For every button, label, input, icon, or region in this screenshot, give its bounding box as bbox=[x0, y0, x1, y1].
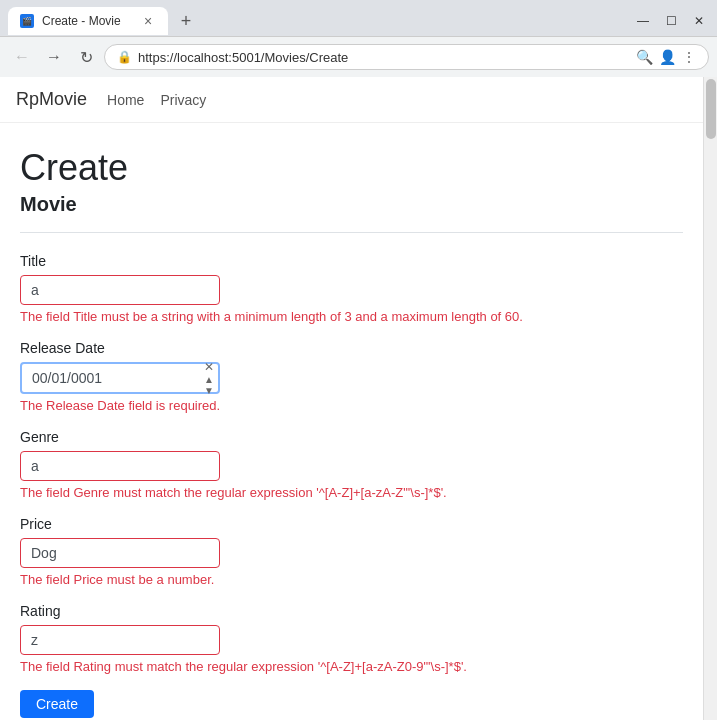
rating-field-group: Rating The field Rating must match the r… bbox=[20, 603, 683, 674]
lock-icon: 🔒 bbox=[117, 50, 132, 64]
new-tab-button[interactable]: + bbox=[172, 7, 200, 35]
window-controls: — ☐ ✕ bbox=[633, 11, 709, 31]
nav-links: Home Privacy bbox=[107, 92, 206, 108]
tab-close-button[interactable]: × bbox=[140, 13, 156, 29]
address-bar[interactable]: 🔒 https://localhost:5001/Movies/Create 🔍… bbox=[104, 44, 709, 70]
profile-icon[interactable]: 👤 bbox=[659, 49, 676, 65]
genre-label: Genre bbox=[20, 429, 683, 445]
release-date-input[interactable] bbox=[20, 362, 220, 394]
date-spin-up[interactable]: ▲ bbox=[204, 374, 214, 385]
rating-label: Rating bbox=[20, 603, 683, 619]
create-movie-form: Title The field Title must be a string w… bbox=[20, 253, 683, 720]
tab-strip: 🎬 Create - Movie × + bbox=[8, 7, 200, 35]
maximize-button[interactable]: ☐ bbox=[661, 11, 681, 31]
rating-validation-error: The field Rating must match the regular … bbox=[20, 659, 683, 674]
date-input-controls: ✕ ▲ ▼ bbox=[204, 360, 214, 396]
page-title: Create bbox=[20, 147, 683, 189]
date-spin-down[interactable]: ▼ bbox=[204, 385, 214, 396]
price-validation-error: The field Price must be a number. bbox=[20, 572, 683, 587]
date-input-wrapper: ✕ ▲ ▼ bbox=[20, 362, 220, 394]
create-button[interactable]: Create bbox=[20, 690, 94, 718]
date-spin-buttons[interactable]: ▲ ▼ bbox=[204, 374, 214, 396]
minimize-button[interactable]: — bbox=[633, 11, 653, 31]
price-input[interactable] bbox=[20, 538, 220, 568]
close-window-button[interactable]: ✕ bbox=[689, 11, 709, 31]
address-bar-actions: 🔍 👤 ⋮ bbox=[636, 49, 696, 65]
price-label: Price bbox=[20, 516, 683, 532]
menu-icon[interactable]: ⋮ bbox=[682, 49, 696, 65]
page-subtitle: Movie bbox=[20, 193, 683, 216]
genre-field-group: Genre The field Genre must match the reg… bbox=[20, 429, 683, 500]
search-icon[interactable]: 🔍 bbox=[636, 49, 653, 65]
price-field-group: Price The field Price must be a number. bbox=[20, 516, 683, 587]
site-brand-link[interactable]: RpMovie bbox=[16, 89, 87, 110]
title-input[interactable] bbox=[20, 275, 220, 305]
forward-button[interactable]: → bbox=[40, 43, 68, 71]
page-wrapper: RpMovie Home Privacy Create Movie Title … bbox=[0, 77, 717, 720]
release-date-validation-error: The Release Date field is required. bbox=[20, 398, 683, 413]
scrollbar-thumb[interactable] bbox=[706, 79, 716, 139]
active-tab[interactable]: 🎬 Create - Movie × bbox=[8, 7, 168, 35]
title-label: Title bbox=[20, 253, 683, 269]
address-text: https://localhost:5001/Movies/Create bbox=[138, 50, 630, 65]
genre-validation-error: The field Genre must match the regular e… bbox=[20, 485, 683, 500]
main-content: Create Movie Title The field Title must … bbox=[0, 123, 703, 720]
title-field-group: Title The field Title must be a string w… bbox=[20, 253, 683, 324]
title-validation-error: The field Title must be a string with a … bbox=[20, 309, 683, 324]
browser-window: 🎬 Create - Movie × + — ☐ ✕ ← → ↻ 🔒 https… bbox=[0, 0, 717, 720]
nav-link-home[interactable]: Home bbox=[107, 92, 144, 108]
title-bar: 🎬 Create - Movie × + — ☐ ✕ bbox=[0, 0, 717, 36]
divider bbox=[20, 232, 683, 233]
tab-title: Create - Movie bbox=[42, 14, 132, 28]
rating-input[interactable] bbox=[20, 625, 220, 655]
navigation-bar: ← → ↻ 🔒 https://localhost:5001/Movies/Cr… bbox=[0, 36, 717, 77]
site-navigation: RpMovie Home Privacy bbox=[0, 77, 703, 123]
genre-input[interactable] bbox=[20, 451, 220, 481]
nav-link-privacy[interactable]: Privacy bbox=[160, 92, 206, 108]
page-content: RpMovie Home Privacy Create Movie Title … bbox=[0, 77, 703, 720]
back-button[interactable]: ← bbox=[8, 43, 36, 71]
date-clear-button[interactable]: ✕ bbox=[204, 360, 214, 374]
tab-favicon: 🎬 bbox=[20, 14, 34, 28]
form-actions: Create bbox=[20, 690, 683, 718]
release-date-label: Release Date bbox=[20, 340, 683, 356]
scrollbar[interactable] bbox=[703, 77, 717, 720]
release-date-field-group: Release Date ✕ ▲ ▼ The Release bbox=[20, 340, 683, 413]
reload-button[interactable]: ↻ bbox=[72, 43, 100, 71]
